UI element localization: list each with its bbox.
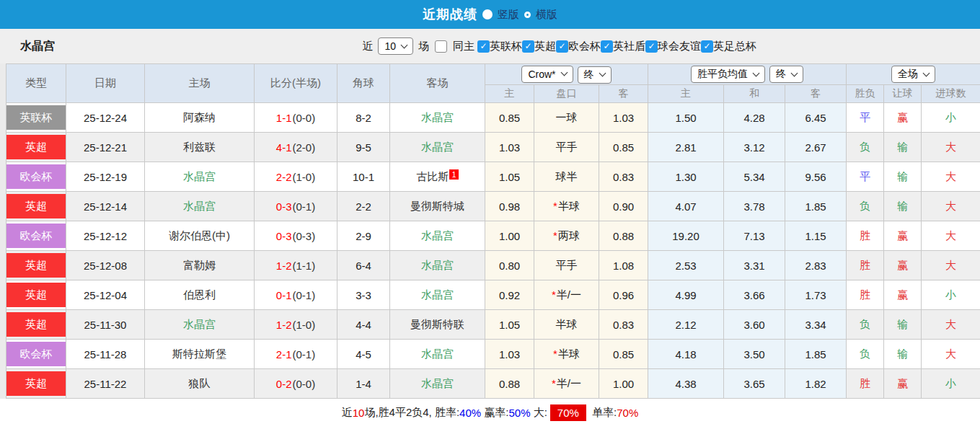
cell-away-team: 水晶宫 [390,103,485,133]
subcol-ah-line: 盘口 [534,85,599,103]
same-home-checkbox[interactable] [435,40,447,53]
col-header-date: 日期 [66,64,145,103]
cell-1x2-away-odds: 9.56 [785,162,847,192]
cell-competition-type: 英联杯 [6,103,66,133]
match-row: 欧会杯25-12-12谢尔伯恩(中)0-3(0-3)2-9水晶宫1.00*两球0… [6,221,980,251]
cell-ah-line: *半球 [534,340,599,369]
match-row: 英超25-12-08富勒姆1-2(1-1)6-4水晶宫0.80平手1.082.5… [6,251,980,280]
cell-corner: 2-9 [337,221,390,251]
summary-segment-3: 40% [459,407,481,419]
subcol-goals: 进球数 [922,85,980,103]
fulltime-score: 2-2 [276,171,292,183]
cell-ah-line: 平手 [534,251,599,280]
cell-home-team: 利兹联 [145,133,255,162]
competition-checkbox-5[interactable]: ✓ [701,40,713,53]
competition-checkbox-2[interactable]: ✓ [556,40,568,53]
odds-time-select[interactable]: 终 [769,66,803,83]
cell-goals-result: 大 [922,340,980,369]
cell-corner: 3-3 [337,280,390,310]
cell-corner: 9-5 [337,133,390,162]
match-row: 英超25-11-22狼队0-2(0-0)1-4水晶宫0.88*半/一1.004.… [6,369,980,399]
cell-home-team: 水晶宫 [145,192,255,221]
vertical-layout-radio[interactable] [482,9,493,19]
cell-competition-type: 英超 [6,369,66,399]
odds-type-select[interactable]: 胜平负均值 [691,66,765,83]
cell-1x2-away-odds: 1.85 [785,192,847,221]
same-home-label: 同主 [453,40,474,53]
filter-bar: 水晶宫 近 10 场 同主 ✓英联杯✓英超✓欧会杯✓英社盾✓球会友谊✓英足总杯 [0,29,980,63]
horizontal-layout-label[interactable]: 横版 [536,8,557,22]
home-team-name: 富勒姆 [183,259,216,271]
match-row: 英超25-12-04伯恩利0-1(0-1)3-3水晶宫0.92*半/一0.964… [6,280,980,310]
summary-segment-9: 70% [617,407,638,419]
vertical-layout-label[interactable]: 竖版 [498,8,519,22]
handicap-time-select[interactable]: 终 [578,66,612,84]
cell-date: 25-11-30 [66,310,145,340]
cell-ah-home-odds: 0.88 [485,369,534,399]
competition-checkbox-1[interactable]: ✓ [522,40,534,53]
away-team-name: 曼彻斯特联 [410,318,464,330]
cell-1x2-away-odds: 2.83 [785,251,847,280]
bookmaker-select[interactable]: Crow* [521,66,573,83]
subcol-ah-home: 主 [485,85,534,103]
cell-1x2-away-odds: 1.82 [785,369,847,399]
cell-competition-type: 欧会杯 [6,340,66,369]
col-header-corner: 角球 [337,64,390,103]
cell-score: 1-2(1-0) [255,310,337,340]
cell-away-team: 水晶宫 [390,133,485,162]
fulltime-score: 2-1 [276,348,292,361]
competition-badge: 欧会杯 [6,342,66,366]
away-team-name: 水晶宫 [421,229,454,242]
cell-handicap-result: 赢 [884,103,922,133]
home-team-name: 斯特拉斯堡 [172,348,226,360]
cell-score: 0-1(0-1) [255,280,337,310]
cell-competition-type: 英超 [6,251,66,280]
away-team-name: 水晶宫 [421,141,454,153]
cell-score: 2-2(1-0) [255,162,337,192]
cell-ah-line: *半/一 [534,369,599,399]
home-team-name: 谢尔伯恩(中) [169,229,230,242]
competition-checkbox-0[interactable]: ✓ [477,40,490,53]
away-team-name: 水晶宫 [421,348,454,360]
cell-home-team: 斯特拉斯堡 [145,340,255,369]
halftime-score: (0-1) [293,348,316,361]
cell-goals-result: 小 [922,103,980,133]
cell-goals-result: 大 [922,251,980,280]
cell-ah-away-odds: 0.88 [599,221,648,251]
cell-1x2-home-odds: 2.81 [648,133,724,162]
cell-goals-result: 大 [922,133,980,162]
competition-checkbox-3[interactable]: ✓ [601,40,613,53]
subcol-eu-away: 客 [785,85,847,103]
fulltime-score: 4-1 [276,141,292,154]
results-table: 类型 日期 主场 比分(半场) 角球 客场 Crow*终 胜平负均值终 全场 主… [6,63,980,399]
scope-select[interactable]: 全场 [891,66,935,83]
subcol-eu-home: 主 [648,85,724,103]
away-team-name: 水晶宫 [421,111,454,123]
away-team-name: 曼彻斯特城 [410,200,464,212]
competition-checkbox-4[interactable]: ✓ [645,40,658,53]
titlebar: 近期战绩 竖版 横版 [0,0,980,29]
cell-handicap-result: 输 [884,133,922,162]
cell-date: 25-12-24 [66,103,145,133]
cell-ah-line: 球半 [534,162,599,192]
halftime-score: (1-0) [293,171,316,183]
cell-date: 25-12-04 [66,280,145,310]
recent-count-select[interactable]: 10 [378,37,413,55]
results-table-wrap: 类型 日期 主场 比分(半场) 角球 客场 Crow*终 胜平负均值终 全场 主… [0,63,980,399]
competition-label-5: 英足总杯 [713,40,756,53]
cell-1x2-home-odds: 2.53 [648,251,724,280]
cell-ah-away-odds: 0.83 [599,310,648,340]
cell-home-team: 谢尔伯恩(中) [145,221,255,251]
horizontal-layout-radio[interactable] [524,12,531,18]
cell-score: 1-1(0-0) [255,103,337,133]
cell-goals-result: 大 [922,310,980,340]
summary-segment-4: 赢率: [481,406,508,420]
cell-1x2-home-odds: 4.18 [648,340,724,369]
match-row: 欧会杯25-11-28斯特拉斯堡2-1(0-1)4-5水晶宫1.03*半球0.8… [6,340,980,369]
fulltime-score: 0-3 [276,230,292,242]
cell-ah-away-odds: 0.90 [599,192,648,221]
odds-dropdown-cell: 胜平负均值终 [648,64,847,85]
cell-handicap-result: 赢 [884,251,922,280]
summary-segment-5: 50% [508,407,530,419]
cell-ah-home-odds: 1.03 [485,340,534,369]
